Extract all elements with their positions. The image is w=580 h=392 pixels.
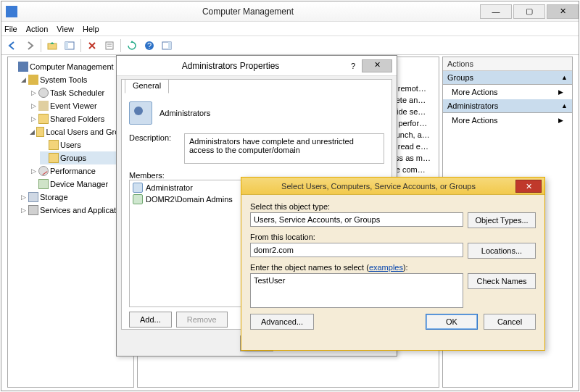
window-controls: — ▢ ✕ (478, 4, 579, 19)
help-icon[interactable]: ? (141, 38, 157, 54)
description-field[interactable]: Administrators have complete and unrestr… (184, 133, 384, 164)
locations-button[interactable]: Locations... (468, 243, 536, 259)
collapse-icon: ▲ (561, 74, 568, 81)
select-ok-button[interactable]: OK (426, 314, 478, 330)
advanced-button[interactable]: Advanced... (250, 314, 314, 330)
menu-action[interactable]: Action (26, 25, 49, 33)
help-button[interactable]: ? (344, 62, 362, 70)
titlebar: Computer Management — ▢ ✕ (1, 1, 579, 22)
show-hide-tree-icon[interactable] (62, 38, 78, 54)
user-icon (133, 183, 143, 193)
actions-section-admins[interactable]: Administrators▲ (443, 99, 572, 113)
actions-header: Actions (443, 57, 572, 71)
tree-storage[interactable]: ▷Storage (20, 191, 132, 204)
actions-more-groups[interactable]: More Actions▶ (443, 85, 572, 99)
add-button[interactable]: Add... (129, 312, 172, 328)
tree-root-label: Computer Management (30, 61, 114, 72)
tree-system-tools[interactable]: ◢System Tools (20, 73, 132, 86)
collapse-icon: ▲ (561, 102, 568, 109)
location-field[interactable]: domr2.com (250, 243, 463, 257)
members-label: Members: (129, 171, 165, 180)
back-icon[interactable] (4, 38, 20, 54)
select-titlebar: Select Users, Computers, Service Account… (241, 178, 544, 195)
location-label: From this location: (250, 233, 536, 241)
maximize-button[interactable]: ▢ (513, 4, 545, 19)
minimize-button[interactable]: — (480, 4, 512, 19)
check-names-button[interactable]: Check Names (468, 273, 536, 289)
svg-rect-0 (48, 43, 57, 49)
window-title: Computer Management (17, 7, 478, 17)
properties-close-button[interactable]: ✕ (362, 59, 392, 72)
object-names-field[interactable]: TestUser (250, 273, 463, 308)
examples-link[interactable]: examples (369, 263, 403, 272)
toolbar: ? (1, 36, 579, 55)
menubar: File Action View Help (1, 22, 579, 36)
submenu-icon: ▶ (558, 88, 563, 96)
actions-section-groups[interactable]: Groups▲ (443, 71, 572, 85)
forward-icon[interactable] (22, 38, 38, 54)
select-title: Select Users, Computers, Service Account… (241, 182, 515, 191)
select-close-button[interactable]: ✕ (515, 180, 542, 193)
object-type-label: Select this object type: (250, 202, 536, 211)
svg-text:?: ? (147, 41, 152, 50)
up-folder-icon[interactable] (44, 38, 60, 54)
svg-rect-3 (106, 42, 113, 49)
properties-title: Administrators Properties (117, 61, 344, 71)
actions-more-admins[interactable]: More Actions▶ (443, 113, 572, 128)
menu-view[interactable]: View (57, 25, 74, 33)
delete-icon[interactable] (84, 38, 100, 54)
remove-button[interactable]: Remove (176, 312, 228, 328)
close-button[interactable]: ✕ (547, 4, 579, 19)
show-actions-icon[interactable] (159, 38, 175, 54)
tree-root[interactable]: Computer Management (9, 60, 132, 73)
refresh-icon[interactable] (124, 38, 140, 54)
select-cancel-button[interactable]: Cancel (484, 314, 536, 330)
group-icon (133, 194, 143, 204)
group-name: Administrators (160, 109, 210, 117)
submenu-icon: ▶ (558, 117, 563, 124)
tree-services[interactable]: ▷Services and Applications (20, 204, 132, 217)
object-type-field[interactable]: Users, Service Accounts, or Groups (250, 212, 463, 227)
group-icon (129, 101, 152, 125)
description-label: Description: (129, 133, 178, 164)
menu-help[interactable]: Help (83, 25, 99, 33)
select-dialog: Select Users, Computers, Service Account… (241, 177, 545, 351)
menu-file[interactable]: File (4, 25, 17, 33)
properties-icon[interactable] (102, 38, 117, 54)
object-types-button[interactable]: Object Types... (468, 212, 536, 228)
properties-titlebar: Administrators Properties ? ✕ (117, 56, 397, 76)
svg-rect-9 (168, 42, 171, 49)
tree-pane: Computer Management ◢System Tools ▷Task … (7, 57, 134, 388)
svg-rect-2 (65, 42, 68, 49)
tab-general[interactable]: General (125, 79, 169, 93)
app-icon (6, 6, 17, 17)
names-label: Enter the object names to select (exampl… (250, 263, 536, 272)
